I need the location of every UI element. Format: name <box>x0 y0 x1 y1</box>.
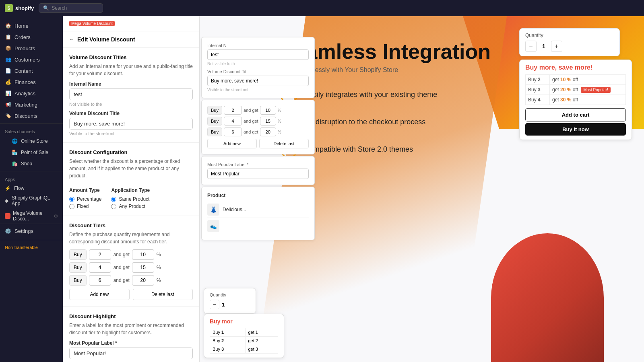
tier-disc-form-1[interactable] <box>260 106 276 115</box>
sidebar-item-label: Content <box>14 68 33 74</box>
qty-value: 1 <box>540 43 548 49</box>
qty-decrease-button[interactable]: − <box>525 41 537 52</box>
any-product-label: Any Product <box>119 204 145 209</box>
left-qty-controls: − 1 <box>210 300 250 309</box>
get-cell-1: get 10 % off <box>550 75 626 85</box>
left-qty-decrease[interactable]: − <box>210 300 219 309</box>
product-preview: Quantity − 1 + Buy more, save more! Buy … <box>519 28 632 140</box>
form-overlay: Internal N Not visible to th Volume Disc… <box>200 35 316 242</box>
sidebar-item-pos[interactable]: 🏪 Point of Sale <box>0 147 63 158</box>
internal-input-overlay[interactable] <box>207 49 309 60</box>
sidebar-item-online-store[interactable]: 🌐 Online Store <box>0 136 63 147</box>
tier-discount-2[interactable] <box>132 262 154 273</box>
settings-gear-icon[interactable]: ⚙ <box>54 214 58 219</box>
online-store-icon: 🌐 <box>11 138 18 144</box>
sidebar-item-label: Shop <box>21 161 32 167</box>
percentage-label: Percentage <box>77 196 101 202</box>
left-qty-widget: Quantity − 1 <box>204 288 256 314</box>
discount-row-1: Buy 2 get 10 % off <box>526 75 626 85</box>
form-card-product: Product 👗 Delicious... 👟 <box>201 187 315 240</box>
form-card-popular: Most Popular Label * <box>201 156 315 185</box>
qty-increase-button[interactable]: + <box>551 41 562 52</box>
left-buy-more-widget: Buy mor Buy 1get 1 Buy 2get 2 Buy 3get 3 <box>204 314 284 358</box>
sidebar-item-label: Online Store <box>21 138 48 144</box>
tier-qty-2[interactable] <box>89 262 111 273</box>
sidebar-item-marketing[interactable]: 📢 Marketing <box>0 99 63 110</box>
sidebar-item-analytics[interactable]: 📊 Analytics <box>0 88 63 99</box>
tier-disc-form-3[interactable] <box>260 128 276 136</box>
mini-get-2: get 2 <box>246 337 278 345</box>
public-label-overlay: Volume Discount Tit <box>207 69 309 74</box>
feature-text-3: Compatible with Store 2.0 themes <box>304 145 413 154</box>
product-overlay-1: 👗 Delicious... <box>207 202 309 218</box>
sidebar-item-mega-volume[interactable]: Mega Volume Disco... ⚙ <box>0 208 63 224</box>
mini-buy-3: Buy 3 <box>210 345 246 354</box>
internal-label-overlay: Internal N <box>207 43 309 48</box>
fixed-radio[interactable]: Fixed <box>69 204 101 209</box>
right-content: Seamless Integration Works Flawlessly wi… <box>200 16 644 362</box>
sidebar-item-shop[interactable]: 🛍️ Shop <box>0 158 63 169</box>
sidebar-item-products[interactable]: 📦 Products <box>0 43 63 54</box>
config-description: Select whether the discount is a percent… <box>69 158 193 179</box>
same-product-radio[interactable]: Same Product <box>111 196 150 202</box>
qty-label: Quantity <box>525 33 614 38</box>
sidebar-item-flow[interactable]: ⚡ Flow <box>0 183 63 193</box>
sidebar-item-finances[interactable]: 💰 Finances <box>0 76 63 88</box>
left-qty-value: 1 <box>222 302 225 308</box>
discount-config-section: Discount Configuration Select whether th… <box>63 143 199 216</box>
sidebar-item-content[interactable]: 📄 Content <box>0 65 63 76</box>
sidebar-item-label: Analytics <box>14 90 35 97</box>
tier-qty-3[interactable] <box>89 275 111 286</box>
percentage-radio[interactable]: Percentage <box>69 196 101 202</box>
public-title-input[interactable] <box>69 118 193 130</box>
sidebar-item-graphiql[interactable]: ◆ Shopify GraphiQL App <box>0 193 63 208</box>
tier-discount-3[interactable] <box>132 275 154 286</box>
tier-qty-form-2[interactable] <box>224 117 242 125</box>
tier-row-3: Buy and get % <box>69 275 193 286</box>
sidebar-item-settings[interactable]: ⚙️ Settings <box>0 226 63 237</box>
and-get-2: and get <box>244 119 258 123</box>
delete-last-button[interactable]: Delete last <box>133 289 193 300</box>
settings-icon: ⚙️ <box>5 228 11 234</box>
sidebar-item-home[interactable]: 🏠 Home <box>0 20 63 31</box>
product-overlay-name-1: Delicious... <box>223 207 246 212</box>
section-description: Add an internal name for your use and a … <box>69 63 193 77</box>
tier-qty-form-1[interactable] <box>224 106 242 115</box>
section-title: Volume Discount Titles <box>69 54 193 60</box>
highlight-title: Discount Highlight <box>69 313 193 319</box>
search-icon: 🔍 <box>43 5 49 11</box>
shopify-logo: S shopify <box>5 4 34 12</box>
add-to-cart-button[interactable]: Add to cart <box>525 108 626 121</box>
public-input-overlay[interactable] <box>207 76 309 86</box>
add-new-overlay-button[interactable]: Add new <box>207 139 257 148</box>
back-button[interactable]: ← <box>69 37 74 42</box>
form-card-tiers: Buy and get % Buy and get % Buy <box>201 100 315 154</box>
sidebar-item-customers[interactable]: 👥 Customers <box>0 54 63 65</box>
search-bar[interactable]: 🔍 Search <box>39 3 103 13</box>
internal-name-input[interactable] <box>69 88 193 100</box>
tier-qty-form-3[interactable] <box>224 128 242 136</box>
pct-symbol-2: % <box>157 265 161 270</box>
delete-last-overlay-button[interactable]: Delete last <box>259 139 309 148</box>
tier-qty-1[interactable] <box>89 249 111 260</box>
add-new-button[interactable]: Add new <box>69 289 130 300</box>
fixed-label: Fixed <box>77 204 89 209</box>
sidebar-item-orders[interactable]: 📋 Orders <box>0 31 63 43</box>
any-product-radio[interactable]: Any Product <box>111 204 150 209</box>
buy-now-button[interactable]: Buy it now <box>525 123 626 136</box>
tier-disc-form-2[interactable] <box>260 117 276 125</box>
analytics-icon: 📊 <box>5 90 11 97</box>
tier-discount-1[interactable] <box>132 249 154 260</box>
most-popular-overlay-input[interactable] <box>207 169 309 179</box>
discount-highlight-section: Discount Highlight Enter a label for the… <box>63 307 199 362</box>
back-arrow-icon: ← <box>69 37 74 42</box>
discount-row-3: Buy 4 get 30 % off <box>526 95 626 105</box>
public-hint: Visible to the storefront <box>69 131 193 136</box>
qty-widget: Quantity − 1 + <box>519 28 620 56</box>
sidebar-item-label: Discounts <box>14 113 37 119</box>
buy-btn-2: Buy <box>207 117 222 125</box>
and-get-label-1: and get <box>114 252 130 257</box>
and-get-label-2: and get <box>114 265 130 270</box>
sidebar-item-discounts[interactable]: 🏷️ Discounts <box>0 110 63 121</box>
most-popular-input[interactable] <box>69 348 193 359</box>
